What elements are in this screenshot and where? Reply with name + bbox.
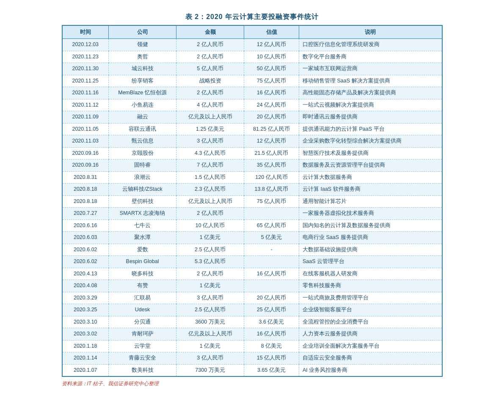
cell-amount: 2.3 亿人民币	[176, 184, 244, 196]
cell-amount: 3600 万美元	[176, 316, 244, 328]
header-valuation: 估值	[244, 25, 299, 39]
cell-desc: 口腔医疗信息化管理系统研发商	[299, 39, 442, 51]
header-amount: 金额	[176, 25, 244, 39]
table-row: 2020.11.05容联云通讯1.25 亿美元81.25 亿人民币提供通讯能力的…	[62, 123, 442, 135]
cell-desc: 云计算大数据服务商	[299, 171, 442, 184]
cell-desc: 数据服务及云资源管理平台提供商	[299, 159, 442, 172]
cell-valuation	[244, 280, 299, 292]
cell-date: 2020.8.18	[62, 195, 109, 208]
cell-valuation: 3.6 亿美元	[244, 316, 299, 328]
cell-desc: 一家城市互联网运营商	[299, 63, 442, 75]
cell-desc: 提供通讯能力的云计算 PaaS 平台	[299, 123, 442, 135]
cell-company: 城云科技	[109, 63, 176, 75]
cell-date: 2020.11.23	[62, 51, 109, 63]
cell-desc: 在线客服机器人研发商	[299, 268, 442, 280]
table-row: 2020.6.02Bespin Global5.3 亿人民币SaaS 云管理平台	[62, 256, 442, 268]
table-row: 2020.1.14青藤云安全3 亿人民币15 亿人民币自适应云安全服务商	[62, 352, 442, 365]
cell-company: 青藤云安全	[109, 352, 176, 365]
cell-amount: 10 亿人民币	[176, 220, 244, 232]
cell-valuation: 25 亿人民币	[244, 304, 299, 316]
cell-valuation: 5 亿美元	[244, 232, 299, 244]
cell-amount: 1 亿美元	[176, 340, 244, 352]
cell-company: 京颐股份	[109, 147, 176, 159]
table-row: 2020.8.18云轴科技/ZStack2.3 亿人民币13.8 亿人民币云计算…	[62, 184, 442, 196]
cell-amount: 5.3 亿人民币	[176, 256, 244, 268]
cell-amount: 战略投资	[176, 75, 244, 87]
cell-desc: 一站式商旅及费用管理平台	[299, 292, 442, 304]
header-company: 公司	[109, 25, 176, 39]
cell-valuation: 8 亿美元	[244, 340, 299, 352]
cell-desc: 数字化平台服务商	[299, 51, 442, 63]
cell-amount: 2 亿人民币	[176, 208, 244, 220]
table-row: 2020.6.02爱数2.5 亿人民币-大数据基础设施提供商	[62, 244, 442, 256]
cell-company: 肯耐珂萨	[109, 328, 176, 340]
cell-company: Bespin Global	[109, 256, 176, 268]
cell-desc: 企业级智能客服平台	[299, 304, 442, 316]
cell-desc: 零售科技服务商	[299, 280, 442, 292]
cell-date: 2020.6.02	[62, 256, 109, 268]
cell-desc: 企业采购数字化转型综合解决方案提供商	[299, 135, 442, 148]
cell-amount: 2 亿人民币	[176, 268, 244, 280]
cell-company: 领健	[109, 39, 176, 51]
cell-date: 2020.3.10	[62, 316, 109, 328]
cell-company: 小鱼易连	[109, 99, 176, 111]
cell-desc: 自适应云安全服务商	[299, 352, 442, 365]
cell-amount: 亿元及以上人民币	[176, 111, 244, 124]
cell-valuation: 10 亿人民币	[244, 51, 299, 63]
table-row: 2020.11.03甄云信息3 亿人民币12 亿人民币企业采购数字化转型综合解决…	[62, 135, 442, 148]
cell-valuation: 65 亿人民币	[244, 220, 299, 232]
cell-date: 2020.8.31	[62, 171, 109, 184]
cell-date: 2020.11.16	[62, 87, 109, 99]
cell-date: 2020.3.25	[62, 304, 109, 316]
table-row: 2020.11.16MemBlaze 忆恒创源2 亿人民币16 亿人民币高性能固…	[62, 87, 442, 99]
cell-company: 聚水潭	[109, 232, 176, 244]
cell-desc: AI 业务风控服务商	[299, 364, 442, 376]
table-row: 2020.6.03聚水潭1 亿美元5 亿美元电商行业 SaaS 服务提供商	[62, 232, 442, 244]
cell-date: 2020.11.09	[62, 111, 109, 124]
cell-company: 奥哲	[109, 51, 176, 63]
cell-amount: 2.5 亿人民币	[176, 304, 244, 316]
table-row: 2020.11.25纷享销客战略投资75 亿人民币移动销售管理 SaaS 解决方…	[62, 75, 442, 87]
cell-company: 浪潮云	[109, 171, 176, 184]
cell-date: 2020.4.13	[62, 268, 109, 280]
cell-date: 2020.09.16	[62, 159, 109, 172]
table-row: 2020.8.18壁仞科技亿元及以上人民币75 亿人民币通用智能计算芯片	[62, 195, 442, 208]
page-container: 表 2：2020 年云计算主要投融资事件统计 时间 公司 金额 估值 说明 20…	[53, 8, 451, 396]
cell-amount: 5 亿人民币	[176, 63, 244, 75]
cell-valuation: 16 亿人民币	[244, 87, 299, 99]
table-row: 2020.8.31浪潮云1.5 亿人民币120 亿人民币云计算大数据服务商	[62, 171, 442, 184]
cell-company: MemBlaze 忆恒创源	[109, 87, 176, 99]
cell-amount: 2.5 亿人民币	[176, 244, 244, 256]
cell-date: 2020.3.02	[62, 328, 109, 340]
table-row: 2020.11.09融云亿元及以上人民币20 亿人民币即时通讯云服务提供商	[62, 111, 442, 124]
cell-amount: 1.5 亿人民币	[176, 171, 244, 184]
cell-valuation: 21.5 亿人民币	[244, 147, 299, 159]
cell-date: 2020.09.16	[62, 147, 109, 159]
cell-company: 爱数	[109, 244, 176, 256]
table-row: 2020.1.07数美科技7300 万美元3.65 亿美元AI 业务风控服务商	[62, 364, 442, 376]
cell-date: 2020.12.03	[62, 39, 109, 51]
cell-date: 2020.3.29	[62, 292, 109, 304]
source-text: 资料来源：IT 桔子、我信证券研究中心整理	[62, 380, 443, 387]
cell-date: 2020.11.03	[62, 135, 109, 148]
cell-amount: 1.25 亿美元	[176, 123, 244, 135]
table-title: 表 2：2020 年云计算主要投融资事件统计	[62, 13, 443, 22]
cell-desc: 人力资本云服务提供商	[299, 328, 442, 340]
cell-date: 2020.1.07	[62, 364, 109, 376]
cell-desc: 即时通讯云服务提供商	[299, 111, 442, 124]
cell-amount: 3 亿人民币	[176, 135, 244, 148]
cell-company: 壁仞科技	[109, 195, 176, 208]
cell-amount: 2 亿人民币	[176, 51, 244, 63]
cell-date: 2020.8.18	[62, 184, 109, 196]
table-row: 2020.09.16京颐股份4.3 亿人民币21.5 亿人民币智慧医疗技术及服务…	[62, 147, 442, 159]
cell-valuation: 120 亿人民币	[244, 171, 299, 184]
cell-date: 2020.6.16	[62, 220, 109, 232]
cell-valuation: 20 亿人民币	[244, 292, 299, 304]
cell-desc: 国内知名的云计算及数据服务提供商	[299, 220, 442, 232]
cell-company: 融云	[109, 111, 176, 124]
cell-amount: 4.3 亿人民币	[176, 147, 244, 159]
cell-valuation	[244, 208, 299, 220]
cell-valuation: 16 亿人民币	[244, 328, 299, 340]
cell-company: 容联云通讯	[109, 123, 176, 135]
cell-desc: 移动销售管理 SaaS 解决方案提供商	[299, 75, 442, 87]
